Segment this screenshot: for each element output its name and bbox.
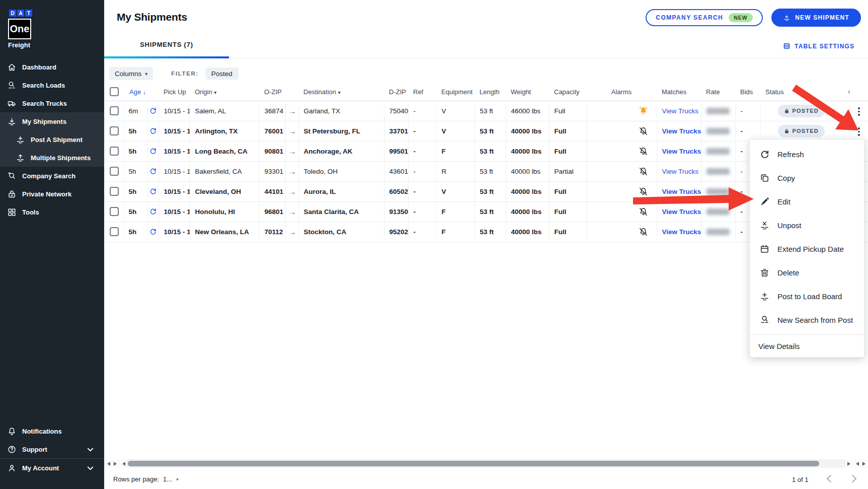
person-icon (7, 463, 17, 473)
view-trucks-link[interactable]: View Trucks (662, 228, 701, 236)
rows-per-page-select[interactable]: Rows per page: 1... ▾ (113, 475, 179, 483)
sidebar-item-tools[interactable]: Tools (0, 203, 104, 221)
next-page-button[interactable] (849, 475, 857, 483)
previous-page-button[interactable] (827, 475, 835, 483)
view-trucks-link[interactable]: View Trucks (662, 148, 701, 155)
row-actions-menu-button[interactable] (855, 124, 863, 139)
sidebar-item-label: Private Network (22, 190, 71, 198)
sidebar-item-private-network[interactable]: Private Network (0, 185, 104, 203)
age-cell: 6m (124, 101, 147, 121)
scrollbar-thumb[interactable] (128, 461, 819, 466)
scroll-left-button[interactable] (853, 459, 860, 468)
search-loads-icon (7, 81, 17, 90)
select-all-checkbox[interactable] (110, 87, 119, 96)
sidebar-item-my-account[interactable]: My Account (0, 459, 104, 477)
scroll-left-button[interactable] (119, 459, 127, 468)
filter-chip-posted[interactable]: Posted (205, 67, 239, 80)
rate-value-blurred (706, 128, 730, 134)
row-checkbox-cell (104, 101, 124, 121)
select-all-checkbox-cell (104, 83, 124, 101)
chevron-down-icon: ▾ (214, 90, 216, 95)
row-checkbox[interactable] (110, 147, 119, 156)
arrow-right-icon: → (289, 127, 296, 135)
status-label: POSTED (793, 108, 819, 114)
length-cell: 53 ft (475, 161, 506, 181)
age-cell: 5h (124, 121, 147, 141)
menu-item-new-search-from-post[interactable]: New Search from Post (750, 308, 864, 332)
sidebar-item-multiple-shipments[interactable]: Multiple Shipments (0, 149, 104, 167)
bell-off-icon (638, 227, 649, 237)
refresh-icon (759, 149, 770, 160)
pagination-bar: Rows per page: 1... ▾ 1 of 1 (104, 469, 868, 489)
row-actions-menu-button[interactable] (855, 104, 863, 119)
view-trucks-link[interactable]: View Trucks (662, 127, 701, 135)
scroll-right-button[interactable] (112, 459, 119, 468)
sidebar-item-search-loads[interactable]: Search Loads (0, 76, 104, 94)
row-checkbox[interactable] (110, 106, 119, 115)
column-header-destination[interactable]: Destination ▾ (298, 83, 384, 101)
ozip-cell: 93301 (259, 161, 285, 181)
column-header-age[interactable]: Age ↓ (124, 83, 147, 101)
columns-dropdown-button[interactable]: Columns ▾ (109, 67, 153, 80)
sidebar-item-label: Post A Shipment (31, 136, 83, 144)
sidebar-item-my-shipments[interactable]: My Shipments (0, 112, 104, 130)
chevron-down-icon (86, 463, 95, 473)
sidebar: DAT One Freight DashboardSearch LoadsSea… (0, 0, 104, 489)
view-trucks-link[interactable]: View Trucks (662, 188, 701, 195)
row-checkbox[interactable] (110, 227, 119, 236)
length-cell: 53 ft (475, 201, 506, 222)
menu-item-extend-pickup-date[interactable]: Extend Pickup Date (750, 237, 864, 261)
view-trucks-link[interactable]: View Trucks (662, 168, 699, 175)
sidebar-item-notifications[interactable]: Notifications (0, 422, 104, 440)
app-window: DAT One Freight DashboardSearch LoadsSea… (0, 0, 868, 489)
chevron-down-icon (86, 445, 95, 454)
ref-cell: - (408, 141, 436, 161)
view-trucks-link[interactable]: View Trucks (662, 208, 701, 216)
lock-check-icon (7, 189, 17, 199)
owner-cell (843, 101, 849, 121)
page-title: My Shipments (117, 11, 187, 23)
dat-logo-letter: A (17, 10, 24, 17)
menu-item-label: Extend Pickup Date (777, 245, 844, 253)
row-checkbox-cell (104, 121, 124, 141)
row-checkbox[interactable] (110, 167, 119, 176)
menu-item-copy[interactable]: Copy (750, 166, 864, 190)
scroll-right-button[interactable] (845, 459, 853, 468)
view-trucks-link[interactable]: View Trucks (662, 107, 699, 115)
row-checkbox[interactable] (110, 126, 119, 135)
origin-header-label: Origin (195, 88, 214, 96)
sidebar-item-support[interactable]: Support (0, 440, 104, 458)
row-checkbox[interactable] (110, 187, 119, 196)
menu-item-delete[interactable]: Delete (750, 261, 864, 285)
column-header-origin[interactable]: Origin ▾ (190, 83, 259, 101)
sidebar-item-search-trucks[interactable]: Search Trucks (0, 94, 104, 112)
help-circle-icon (7, 445, 17, 454)
post-plus-icon (16, 135, 25, 145)
arrow-right-icon: → (289, 147, 296, 156)
scroll-right-button[interactable] (860, 459, 868, 468)
dzip-cell: 95202 (384, 222, 408, 242)
owner-cell (843, 121, 849, 141)
sidebar-item-label: Multiple Shipments (31, 154, 91, 162)
menu-item-post-to-load-board[interactable]: Post to Load Board (750, 285, 864, 308)
alarm-cell (586, 181, 657, 201)
scroll-left-button[interactable] (104, 459, 112, 468)
menu-item-edit[interactable]: Edit (750, 190, 864, 214)
column-header-dzip: D-ZIP (384, 83, 408, 101)
tab-shipments[interactable]: SHIPMENTS (7) (104, 41, 229, 48)
new-shipment-button[interactable]: NEW SHIPMENT (771, 9, 861, 27)
menu-item-refresh[interactable]: Refresh (750, 143, 864, 166)
row-checkbox[interactable] (110, 207, 119, 216)
arrow-right-icon: → (289, 187, 296, 196)
pickup-cell: 10/15 - 10/16 (159, 181, 190, 201)
table-settings-button[interactable]: TABLE SETTINGS (783, 42, 854, 50)
sidebar-item-post-a-shipment[interactable]: Post A Shipment (0, 130, 104, 149)
scrollbar-track[interactable] (127, 459, 845, 468)
sidebar-item-dashboard[interactable]: Dashboard (0, 58, 104, 76)
menu-item-unpost[interactable]: Unpost (750, 214, 864, 237)
company-search-button[interactable]: COMPANY SEARCH NEW (646, 9, 763, 26)
menu-item-view-details[interactable]: View Details (750, 334, 864, 357)
sidebar-item-company-search[interactable]: Company Search (0, 167, 104, 185)
alarm-cell (586, 201, 657, 222)
refresh-icon (149, 167, 157, 175)
